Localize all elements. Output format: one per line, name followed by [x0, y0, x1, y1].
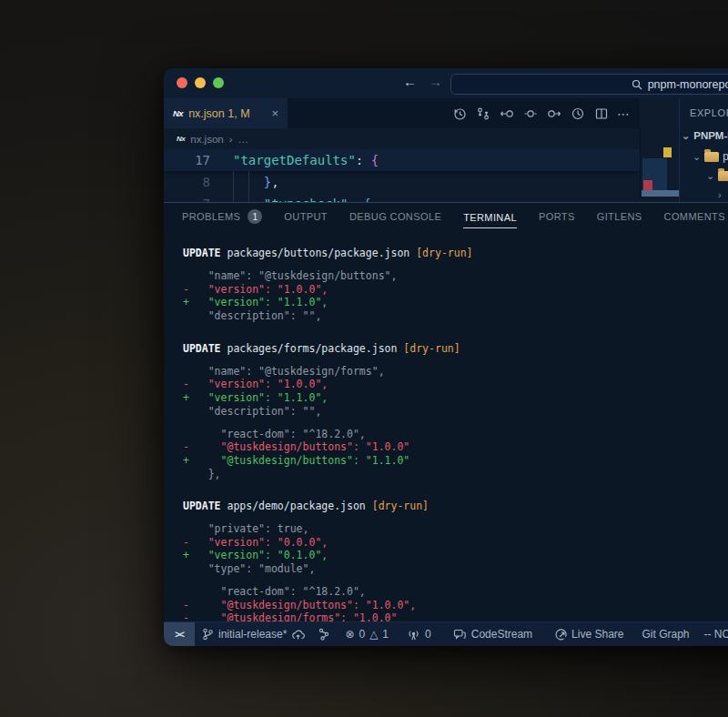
- error-count: 0: [359, 628, 365, 641]
- bottom-panel: PROBLEMS1 OUTPUT DEBUG CONSOLE TERMINAL …: [164, 202, 728, 623]
- split-editor-icon[interactable]: [593, 106, 609, 121]
- terminal-update-block-buttons: UPDATE packages/buttons/package.json [dr…: [183, 247, 728, 323]
- explorer-folder-packages[interactable]: ⌄ packages: [693, 150, 728, 163]
- tab-gitlens[interactable]: GITLENS: [597, 203, 642, 230]
- traffic-lights: [177, 77, 224, 88]
- explorer-title: EXPLORER: [690, 107, 728, 118]
- diff-context-line: "name": "@tuskdesign/forms",: [183, 365, 728, 379]
- line-number: 7: [164, 193, 215, 202]
- diff-removed-line: - "@tuskdesign/buttons": "1.0.0": [183, 440, 728, 454]
- breadcrumb-separator-icon: ›: [229, 134, 233, 145]
- codestream-button[interactable]: CodeStream: [453, 628, 532, 641]
- code-editor: 17 "targetDefaults": { 8 }, 7 "typecheck…: [164, 149, 640, 202]
- problems-count-badge: 1: [248, 209, 262, 224]
- tab-terminal[interactable]: TERMINAL: [463, 203, 517, 230]
- tab-label: nx.json 1, M: [188, 107, 249, 120]
- diff-context-line: "type": "module",: [183, 562, 728, 576]
- minimap[interactable]: [640, 128, 680, 202]
- git-branch-icon: [202, 628, 214, 641]
- cloud-upload-icon: [291, 629, 305, 641]
- nx-file-icon: Nx: [173, 108, 183, 118]
- terminal-update-block-demo: UPDATE apps/demo/package.json [dry-run] …: [183, 500, 728, 625]
- search-icon: [632, 79, 642, 90]
- arrow-left-circle-icon[interactable]: [499, 106, 514, 121]
- navigate-forward-button[interactable]: →: [429, 74, 442, 89]
- arrow-right-circle-icon[interactable]: [546, 106, 561, 121]
- diff-removed-line: - "@tuskdesign/buttons": "1.0.0",: [183, 599, 728, 612]
- live-share-icon: [554, 628, 567, 641]
- diff-added-line: + "version": "0.1.0",: [183, 549, 728, 562]
- nx-file-icon-small: Nx: [177, 135, 185, 143]
- diff-context-line: "description": "",: [183, 405, 728, 419]
- run-clock-icon[interactable]: [570, 106, 585, 121]
- chevron-down-icon: ⌄: [706, 171, 714, 181]
- diff-context-line: "name": "@tuskdesign/buttons",: [183, 269, 728, 283]
- explorer-root-item[interactable]: ⌄ PNPM-MONOREPO: [682, 130, 728, 141]
- status-bar: >< initial-release* ⊗ 0 △ 1 0 CodeStream…: [164, 621, 728, 646]
- update-header: UPDATE packages/buttons/package.json [dr…: [183, 247, 728, 260]
- close-tab-icon[interactable]: ×: [271, 107, 278, 119]
- minimize-window-button[interactable]: [195, 77, 206, 88]
- tab-output[interactable]: OUTPUT: [284, 203, 328, 230]
- breadcrumb: Nx nx.json › …: [164, 128, 652, 149]
- editor-line-17: 17 "targetDefaults": {: [164, 149, 640, 171]
- line-number: 17: [164, 149, 215, 171]
- broadcast-count: 0: [425, 628, 431, 641]
- diff-added-line: + "version": "1.1.0",: [183, 391, 728, 405]
- broadcast-status[interactable]: 0: [407, 628, 431, 641]
- tab-ports[interactable]: PORTS: [539, 203, 575, 230]
- warning-count: 1: [382, 628, 389, 641]
- circle-icon[interactable]: [522, 106, 538, 121]
- diff-context-line: "description": "",: [183, 309, 728, 323]
- editor-line-7: 7 "typecheck": {: [164, 193, 640, 202]
- problems-status[interactable]: ⊗ 0 △ 1: [345, 628, 389, 641]
- breadcrumb-file[interactable]: nx.json: [190, 134, 223, 145]
- commit-graph-icon: [318, 628, 330, 641]
- explorer-tree-item[interactable]: ›: [718, 190, 722, 200]
- diff-added-line: + "@tuskdesign/buttons": "1.1.0": [183, 454, 728, 468]
- command-center-search[interactable]: pnpm-monorepo: [450, 74, 728, 95]
- terminal-output: UPDATE packages/buttons/package.json [dr…: [164, 230, 728, 639]
- warning-icon: △: [369, 629, 378, 640]
- branch-name: initial-release*: [218, 628, 287, 641]
- folder-open-icon: [704, 152, 719, 162]
- update-header: UPDATE apps/demo/package.json [dry-run]: [183, 500, 728, 513]
- update-header: UPDATE packages/forms/package.json [dry-…: [183, 342, 728, 356]
- editor-actions: ⋯: [451, 98, 631, 128]
- vim-mode-indicator: -- NORMAL --: [704, 628, 728, 641]
- editor-tab-bar: Nx nx.json 1, M × ⋯: [164, 98, 640, 128]
- git-branch-status[interactable]: initial-release*: [202, 628, 305, 641]
- terminal-update-block-forms: UPDATE packages/forms/package.json [dry-…: [183, 342, 728, 481]
- line-number: 8: [164, 171, 215, 193]
- more-actions-icon[interactable]: ⋯: [617, 106, 631, 121]
- vscode-window: ← → pnpm-monorepo Nx nx.json 1, M × ⋯ Nx…: [164, 68, 728, 646]
- gitlens-graph-button[interactable]: [318, 628, 330, 641]
- breadcrumb-more[interactable]: …: [238, 134, 249, 145]
- zoom-window-button[interactable]: [213, 77, 224, 88]
- tab-nx-json[interactable]: Nx nx.json 1, M ×: [164, 98, 288, 128]
- explorer-sidebar: EXPLORER ⌄ PNPM-MONOREPO ⌄ packages ⌄ ›: [679, 98, 728, 202]
- tab-problems[interactable]: PROBLEMS1: [182, 203, 262, 230]
- editor-line-8: 8 },: [164, 171, 640, 193]
- minimap-scroll-bar[interactable]: [642, 190, 679, 197]
- explorer-folder-item[interactable]: ⌄: [706, 171, 728, 181]
- git-compare-icon[interactable]: [475, 106, 490, 121]
- tab-comments[interactable]: COMMENTS: [664, 203, 725, 230]
- minimap-modified-mark: [663, 147, 672, 157]
- diff-removed-line: - "version": "1.0.0",: [183, 378, 728, 391]
- error-icon: ⊗: [345, 629, 354, 640]
- tab-debug-console[interactable]: DEBUG CONSOLE: [349, 203, 441, 230]
- navigate-back-button[interactable]: ←: [403, 74, 417, 89]
- chevron-right-icon: ›: [718, 190, 722, 200]
- live-share-button[interactable]: Live Share: [554, 628, 623, 641]
- close-window-button[interactable]: [177, 77, 187, 88]
- git-graph-button[interactable]: Git Graph: [642, 628, 689, 641]
- diff-context-line: },: [183, 468, 728, 481]
- timeline-history-icon[interactable]: [451, 106, 467, 121]
- diff-removed-line: - "version": "0.0.0",: [183, 536, 728, 550]
- tab-decoration: 1, M: [228, 107, 249, 120]
- remote-indicator[interactable]: ><: [164, 622, 195, 646]
- codestream-icon: [453, 629, 467, 641]
- diff-context-line: "react-dom": "^18.2.0",: [183, 428, 728, 441]
- diff-added-line: + "version": "1.1.0",: [183, 296, 728, 309]
